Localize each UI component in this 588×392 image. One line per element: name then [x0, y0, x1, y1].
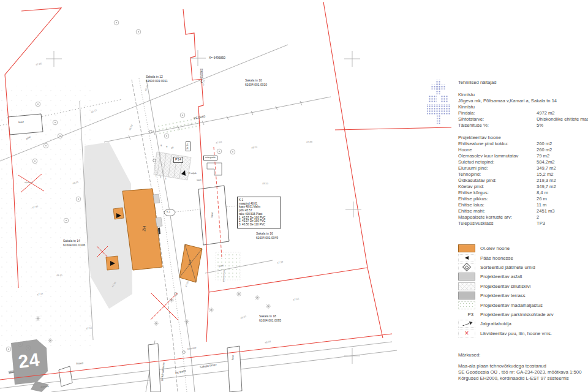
panel-row: TulepüsivusklassTP3 — [458, 221, 588, 227]
panel-row-label: Kinnistu — [458, 92, 537, 98]
parcel-code: 61604:001:0010 — [245, 83, 267, 87]
legend-label: Projekteeritav sillutiskivi — [480, 284, 530, 289]
legend-item-greenery: Projekteeritav madalhaljastus — [458, 300, 588, 309]
notes-lines: Maa-ala plaan tehnovõrkudega teostanudSE… — [458, 363, 588, 382]
panel-row-label: Köetav pind: — [458, 184, 537, 190]
panel-row-value: 2451 m3 — [537, 208, 588, 214]
parcel-name: Sakala tn 14 — [63, 239, 85, 243]
panel-row: Kinnistu — [458, 92, 588, 98]
elevation-mark: 48.45 — [56, 274, 62, 277]
panel-row-label: Suletud netopind: — [458, 159, 537, 165]
legend-label: Projekteeritav parkimiskohtade arv — [480, 312, 554, 317]
panel-row-label: Ehitise kõrgus: — [458, 190, 537, 196]
demolish-x-icon: × — [458, 330, 475, 337]
panel-row-value: 260 m2 — [537, 141, 588, 147]
panel-row: Ehitise laius:11 m — [458, 202, 588, 208]
parcel-name: Sakala tn 12 — [146, 75, 168, 79]
plan-label: alamaa — [24, 181, 33, 184]
legend-label: Pääs hoonesse — [480, 255, 513, 261]
elevation-mark: 48.50 — [262, 183, 268, 185]
notes-line: Maa-ala plaan tehnovõrkudega teostanud — [458, 363, 588, 369]
plan-label: kuur — [18, 121, 24, 124]
panel-row-label: Maapealsete korruste arv: — [458, 214, 537, 221]
legend: Ol.olev hoonePääs hoonesseSorteeritud jä… — [458, 244, 588, 338]
north-arrow-icon — [427, 80, 450, 124]
plan-label: X= 6496850 — [209, 56, 225, 59]
kinnistu-rows: KinnistuJõgeva mk, Põltsamaa v,Kamari a,… — [458, 92, 588, 129]
legend-label: Jalgrattahoidja — [480, 321, 511, 326]
panel-row: Olemasolev kuur lammutatav79 m2 — [458, 153, 588, 159]
panel-row-value — [537, 135, 588, 141]
terrace-swatch — [458, 292, 475, 300]
legend-item-terrace: Projekteeritav terrass — [458, 291, 588, 300]
panel-row-label: Jõgeva mk, Põltsamaa v,Kamari a, Sakala … — [458, 98, 557, 104]
panel-row: Ehitisealune pind kokku:260 m2 — [458, 141, 588, 147]
parcel-label: Sakala tn 1661604:001:0049 — [256, 232, 278, 240]
legend-item-orange: Ol.olev hoone — [458, 244, 588, 253]
legend-label: Ol.olev hoone — [480, 246, 510, 251]
legend-item-bike: Jalgrattahoidja — [458, 319, 588, 328]
plan-label: kuur — [211, 212, 214, 217]
panel-row-label: Projekteeritav hoone — [458, 135, 537, 141]
parcel-name: Sakala tn 16 — [256, 232, 278, 236]
panel-row-value: 2 — [537, 214, 588, 221]
bike-swatch — [458, 320, 475, 328]
bike-rack-icon — [462, 320, 472, 328]
panel-row: Hoone260 m2 — [458, 147, 588, 153]
panel-row-value: 584,2m2 — [537, 159, 588, 165]
panel-row-value: 8,4 m — [537, 190, 588, 196]
notes-line: SE Geodeesia OÜ , töö nr: GA-234-2023, m… — [458, 369, 588, 375]
panel-row: Suletud netopind:584,2m2 — [458, 159, 588, 165]
panel-row-value: TP3 — [537, 221, 588, 227]
panel-row: Tehnopind:15,2 m2 — [458, 172, 588, 178]
parcel-name: Sakala tn 18 — [259, 314, 281, 318]
waste-urn-icon — [462, 263, 471, 271]
parcel-code: 61604:001:0049 — [256, 236, 278, 240]
panel-row-label: Ehitise maht: — [458, 208, 537, 214]
panel-row-value: 26 m — [537, 196, 588, 202]
panel-row-value: Ühiskondlike ehitiste maa — [537, 116, 588, 123]
parcel-label: Sakala tn 1261604:001:0011 — [146, 75, 168, 83]
panel-row-label: Täisehituse %: — [458, 123, 537, 129]
panel-row: Eluruumi pind:349,7 m2 — [458, 165, 588, 172]
legend-item-arrow: Pääs hoonesse — [458, 253, 588, 262]
panel-row-label: Ehitisealune pind kokku: — [458, 141, 537, 147]
panel-row: Täisehituse %:5% — [458, 123, 588, 129]
panel-row-value — [537, 92, 588, 98]
panel-row-label: Üldkasutatav pind: — [458, 178, 537, 184]
panel-row: Kinnistu — [458, 104, 588, 110]
legend-item-p3: P3Projekteeritav parkimiskohtade arv — [458, 310, 588, 319]
parcel-label: Sakala tn 1861604:001:0095 — [259, 314, 281, 323]
entrance-arrow-icon — [465, 256, 469, 260]
panel-row-value: 219,3 m2 — [537, 178, 588, 184]
plan-label: Ilused — [76, 362, 83, 365]
legend-label: Projekteeritav madalhaljastus — [480, 303, 543, 308]
legend-item-diamond: Sorteeritud jäätmete urnid — [458, 263, 588, 272]
orange-swatch — [458, 244, 475, 252]
site-plan-sheet: X= 6496850Y= 618300kuurpiirealamaaalamaa… — [0, 0, 588, 392]
sheet-number-badge: 24 — [17, 349, 42, 373]
greenery-swatch — [458, 301, 475, 309]
panel-row-label: Tehnopind: — [458, 172, 537, 178]
plan-label: R väljak — [189, 173, 197, 175]
panel-row-label: Hoone — [458, 147, 537, 153]
panel-row: Pindala:4972 m2 — [458, 110, 588, 116]
notes-title: Märkused: — [458, 352, 588, 358]
asphalt-swatch — [458, 273, 475, 281]
panel-row: Ehitise maht:2451 m3 — [458, 208, 588, 214]
panel-row-value: 15,2 m2 — [537, 172, 588, 178]
panel-row-label: Ehitise pikkus: — [458, 196, 537, 202]
panel-row-value: 349,7 m2 — [537, 165, 588, 172]
legend-label: Sorteeritud jäätmete urnid — [480, 265, 535, 270]
plan-label: K-1 — [167, 211, 170, 214]
plan-label: kuur — [232, 355, 235, 360]
legend-label: Likvideeritav puu, liin, hoone vms. — [480, 331, 552, 336]
legend-item-pavers: Projekteeritav sillutiskivi — [458, 282, 588, 291]
plan-box-label: 1a 1a — [186, 141, 190, 151]
panel-row-label: Sihtotstarve: — [458, 116, 537, 123]
panel-row-value: 4972 m2 — [537, 110, 588, 116]
panel-row: Ehitise pikkus:26 m — [458, 196, 588, 202]
parcel-label: Sakala tn 1061604:001:0010 — [245, 78, 267, 87]
panel-row: Projekteeritav hoone — [458, 135, 588, 141]
panel-title: Tehnilised näitajad — [458, 80, 588, 86]
